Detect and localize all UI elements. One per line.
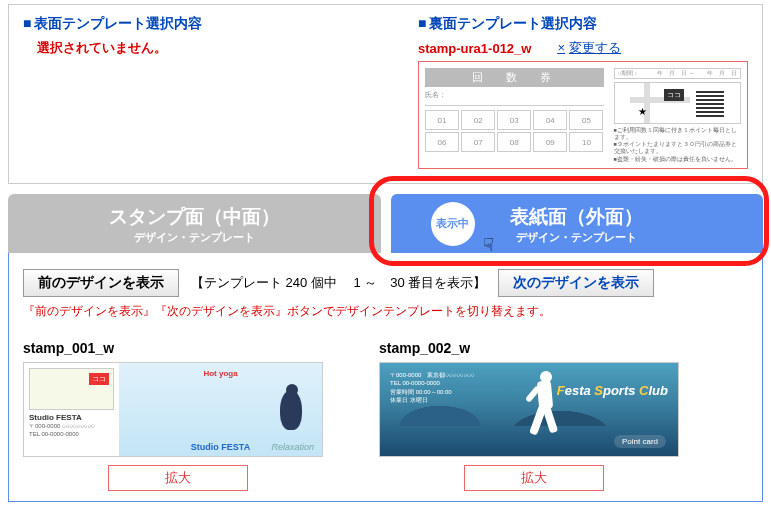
brand-text: Festa Sports Club: [557, 383, 668, 398]
template-thumbnail[interactable]: ココ Studio FESTA 〒000-0000 ○○○○○○○○○ TEL …: [23, 362, 323, 457]
preview-map: ココ ★: [614, 82, 742, 124]
star-icon: ★: [638, 106, 647, 117]
front-heading: ■表面テンプレート選択内容: [23, 15, 298, 33]
stamp-grid: 01 02 03 04 05 06 07 08 09 10: [425, 110, 604, 152]
template-name: stamp_001_w: [23, 340, 333, 356]
next-design-button[interactable]: 次のデザインを表示: [498, 269, 654, 297]
back-template-column: ■裏面テンプレート選択内容 stamp-ura1-012_w ×変更する 回 数…: [418, 15, 748, 169]
template-card: stamp_002_w 〒000-0000 東京都○○○○○○○○ TEL 00…: [379, 340, 689, 491]
nav-hint: 『前のデザインを表示』『次のデザインを表示』ボタンでデザインテンプレートを切り替…: [23, 303, 748, 320]
zoom-button[interactable]: 拡大: [464, 465, 604, 491]
template-card: stamp_001_w ココ Studio FESTA 〒000-0000 ○○…: [23, 340, 333, 491]
template-list-panel: 前のデザインを表示 【テンプレート 240 個中 1 ～ 30 番目を表示】 次…: [8, 253, 763, 502]
active-badge: 表示中: [431, 202, 475, 246]
tab-stamp-side[interactable]: スタンプ面（中面） デザイン・テンプレート: [8, 194, 381, 253]
change-link[interactable]: ×変更する: [557, 39, 621, 57]
template-thumbnail[interactable]: 〒000-0000 東京都○○○○○○○○ TEL 00-0000-0000 営…: [379, 362, 679, 457]
back-selected-name: stamp-ura1-012_w: [418, 41, 531, 56]
yoga-silhouette-icon: [264, 384, 316, 450]
cursor-icon: ☟: [483, 234, 494, 256]
preview-header: 回 数 券: [425, 68, 604, 87]
tab-bar: スタンプ面（中面） デザイン・テンプレート 表示中 表紙面（外面） デザイン・テ…: [8, 194, 763, 253]
tab-cover-side[interactable]: 表示中 表紙面（外面） デザイン・テンプレート ☟: [391, 194, 764, 253]
count-text: 【テンプレート 240 個中 1 ～ 30 番目を表示】: [191, 274, 486, 292]
prev-design-button[interactable]: 前のデザインを表示: [23, 269, 179, 297]
back-heading: ■裏面テンプレート選択内容: [418, 15, 748, 33]
template-name: stamp_002_w: [379, 340, 689, 356]
front-not-selected: 選択されていません。: [37, 39, 298, 57]
front-template-column: ■表面テンプレート選択内容 選択されていません。: [23, 15, 298, 169]
qr-icon: [696, 89, 724, 117]
selection-panel: ■表面テンプレート選択内容 選択されていません。 ■裏面テンプレート選択内容 s…: [8, 4, 763, 184]
back-template-preview: 回 数 券 氏名： 01 02 03 04 05 06 07 08 09 10 …: [418, 61, 748, 169]
zoom-button[interactable]: 拡大: [108, 465, 248, 491]
